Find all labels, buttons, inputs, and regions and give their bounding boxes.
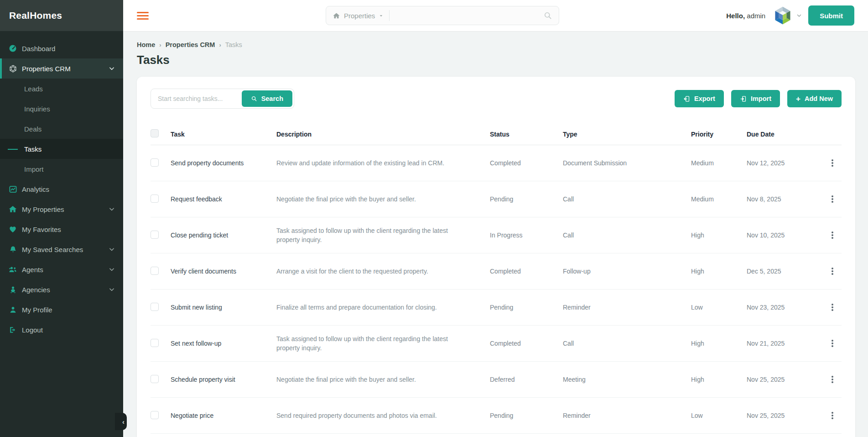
row-checkbox[interactable] bbox=[151, 411, 159, 419]
add-new-button[interactable]: + Add New bbox=[787, 90, 842, 107]
global-search-input[interactable] bbox=[395, 12, 543, 20]
sidebar-item-label: My Favorites bbox=[22, 226, 115, 233]
sidebar-subitem-inquiries[interactable]: Inquiries bbox=[0, 99, 123, 119]
row-actions-kebab-icon[interactable] bbox=[827, 266, 838, 277]
task-due-date: Nov 23, 2025 bbox=[747, 304, 823, 311]
search-button[interactable]: Search bbox=[242, 90, 292, 107]
task-due-date: Nov 25, 2025 bbox=[747, 412, 823, 419]
row-checkbox[interactable] bbox=[151, 231, 159, 239]
table-row: Schedule property visit Negotiate the fi… bbox=[151, 362, 842, 398]
task-type: Call bbox=[563, 195, 691, 203]
task-status: Deferred bbox=[490, 376, 563, 383]
task-due-date: Nov 25, 2025 bbox=[747, 376, 823, 383]
plus-icon: + bbox=[796, 95, 800, 103]
row-checkbox[interactable] bbox=[151, 339, 159, 347]
sidebar-item-my-properties[interactable]: My Properties bbox=[0, 199, 123, 219]
sidebar-item-my-profile[interactable]: My Profile bbox=[0, 300, 123, 320]
sidebar-item-label: My Profile bbox=[22, 306, 115, 314]
column-header-due-date[interactable]: Due Date bbox=[747, 131, 823, 138]
sidebar-nav: Dashboard Properties CRM Leads Inquiries… bbox=[0, 31, 123, 340]
export-icon bbox=[683, 95, 690, 102]
task-priority: Medium bbox=[691, 195, 747, 203]
task-due-date: Nov 8, 2025 bbox=[747, 195, 823, 203]
task-due-date: Nov 10, 2025 bbox=[747, 232, 823, 239]
sidebar-item-label: Agencies bbox=[22, 286, 109, 294]
task-priority: Low bbox=[691, 412, 747, 419]
tasks-table: Task Description Status Type Priority Du… bbox=[151, 123, 842, 437]
row-actions-kebab-icon[interactable] bbox=[827, 302, 838, 313]
task-priority: Medium bbox=[691, 159, 747, 167]
breadcrumb-properties-crm[interactable]: Properties CRM bbox=[166, 41, 215, 48]
sidebar: RealHomes Dashboard Properties CRM Leads… bbox=[0, 0, 123, 437]
user-icon bbox=[8, 305, 17, 314]
tasks-table-body: Send property documents Review and updat… bbox=[151, 145, 842, 437]
sidebar-item-label: My Properties bbox=[22, 205, 109, 213]
subitem-label: Leads bbox=[24, 85, 43, 93]
row-actions-kebab-icon[interactable] bbox=[827, 230, 838, 241]
chevron-down-icon bbox=[109, 266, 115, 273]
greeting-username: admin bbox=[747, 12, 765, 20]
sidebar-item-agencies[interactable]: Agencies bbox=[0, 279, 123, 300]
search-scope-dropdown[interactable]: Properties bbox=[333, 12, 384, 20]
row-checkbox[interactable] bbox=[151, 267, 159, 275]
main-content: Home › Properties CRM › Tasks Tasks Sear… bbox=[123, 31, 868, 437]
subitem-label: Import bbox=[24, 165, 44, 173]
row-checkbox[interactable] bbox=[151, 195, 159, 203]
row-actions-kebab-icon[interactable] bbox=[827, 410, 838, 421]
sidebar-item-analytics[interactable]: Analytics bbox=[0, 179, 123, 199]
sidebar-item-label: My Saved Searches bbox=[22, 246, 109, 253]
search-icon[interactable] bbox=[543, 11, 552, 20]
logout-icon bbox=[8, 325, 17, 334]
gauge-icon bbox=[8, 44, 17, 53]
task-search-input[interactable] bbox=[152, 95, 242, 102]
topbar-right: Hello, admin Submit bbox=[726, 5, 854, 26]
avatar[interactable] bbox=[773, 5, 793, 26]
sidebar-item-agents[interactable]: Agents bbox=[0, 259, 123, 279]
sidebar-item-my-saved-searches[interactable]: My Saved Searches bbox=[0, 239, 123, 259]
breadcrumb-home[interactable]: Home bbox=[137, 41, 155, 48]
sidebar-subitem-deals[interactable]: Deals bbox=[0, 119, 123, 139]
sidebar-subitem-import[interactable]: Import bbox=[0, 159, 123, 179]
task-status: Pending bbox=[490, 304, 563, 311]
chevron-down-icon bbox=[109, 246, 115, 253]
heart-icon bbox=[8, 225, 17, 234]
row-actions-kebab-icon[interactable] bbox=[827, 194, 838, 205]
task-due-date: Nov 12, 2025 bbox=[747, 159, 823, 167]
chevron-down-icon[interactable] bbox=[796, 13, 802, 18]
row-actions-kebab-icon[interactable] bbox=[827, 158, 838, 168]
sidebar-item-dashboard[interactable]: Dashboard bbox=[0, 38, 123, 58]
task-priority: High bbox=[691, 268, 747, 275]
hamburger-menu-icon[interactable] bbox=[137, 10, 149, 21]
column-header-priority[interactable]: Priority bbox=[691, 131, 747, 138]
task-name: Request feedback bbox=[171, 195, 276, 203]
column-header-description[interactable]: Description bbox=[276, 131, 490, 138]
task-description: Finalize all terms and prepare documenta… bbox=[276, 303, 490, 312]
export-button[interactable]: Export bbox=[675, 90, 724, 107]
row-checkbox[interactable] bbox=[151, 303, 159, 311]
toolbar-actions: Export Import + Add New bbox=[675, 90, 842, 107]
table-row: Request feedback Negotiate the final pri… bbox=[151, 181, 842, 217]
sidebar-item-my-favorites[interactable]: My Favorites bbox=[0, 219, 123, 239]
row-checkbox[interactable] bbox=[151, 158, 159, 167]
sidebar-subitem-tasks[interactable]: Tasks bbox=[0, 139, 123, 159]
sidebar-item-properties-crm[interactable]: Properties CRM bbox=[0, 58, 123, 79]
column-header-task[interactable]: Task bbox=[171, 131, 276, 138]
task-priority: High bbox=[691, 376, 747, 383]
row-actions-kebab-icon[interactable] bbox=[827, 338, 838, 349]
logo-band: RealHomes bbox=[0, 0, 123, 31]
sidebar-subitem-leads[interactable]: Leads bbox=[0, 79, 123, 99]
import-button[interactable]: Import bbox=[731, 90, 780, 107]
sidebar-item-logout[interactable]: Logout bbox=[0, 320, 123, 340]
task-type: Document Submission bbox=[563, 159, 691, 167]
sidebar-collapse-toggle[interactable]: ‹ bbox=[115, 413, 127, 430]
table-row: Verify client documents Arrange a visit … bbox=[151, 253, 842, 290]
subitem-label: Deals bbox=[24, 125, 42, 133]
submit-button[interactable]: Submit bbox=[808, 5, 854, 26]
column-header-type[interactable]: Type bbox=[563, 131, 691, 138]
task-search-group: Search bbox=[151, 89, 294, 109]
select-all-checkbox[interactable] bbox=[151, 129, 159, 137]
table-row: Submit new listing Finalize all terms an… bbox=[151, 290, 842, 326]
column-header-status[interactable]: Status bbox=[490, 131, 563, 138]
row-checkbox[interactable] bbox=[151, 375, 159, 383]
row-actions-kebab-icon[interactable] bbox=[827, 374, 838, 385]
